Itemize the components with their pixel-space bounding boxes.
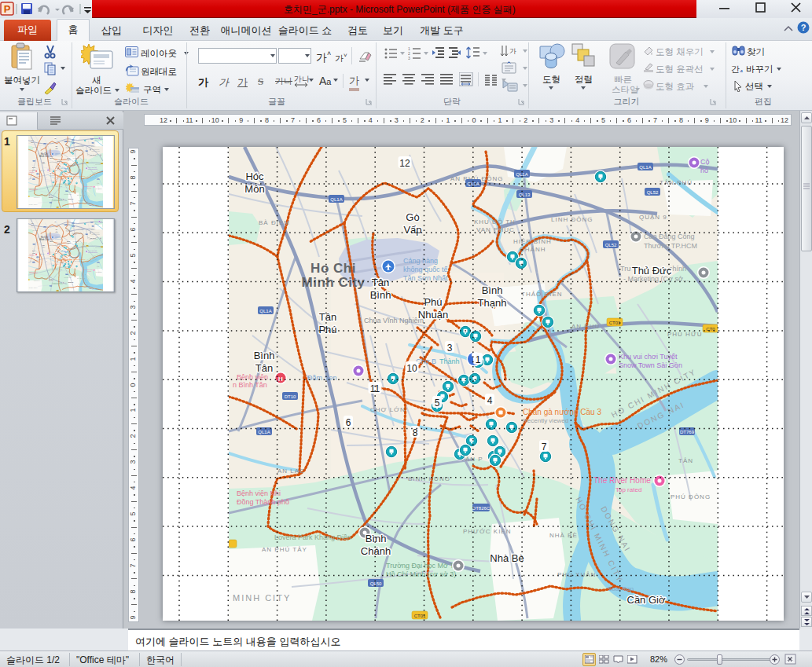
svg-text:P: P (4, 3, 11, 15)
svg-text:3: 3 (408, 56, 410, 60)
svg-text:?: ? (801, 23, 806, 32)
svg-text:가: 가 (509, 47, 516, 55)
